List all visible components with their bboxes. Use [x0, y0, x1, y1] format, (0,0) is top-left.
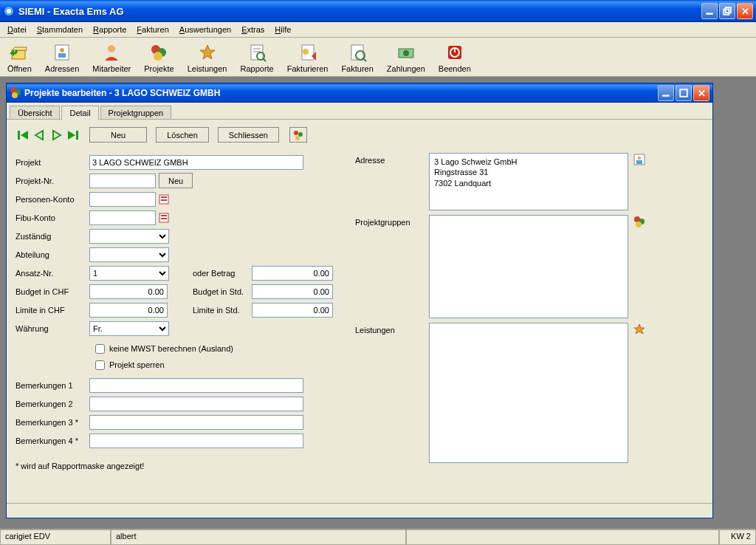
nav-first-button[interactable]	[16, 128, 32, 143]
projekt-input[interactable]	[89, 155, 303, 170]
app-icon	[3, 5, 15, 17]
status-user: albert	[111, 529, 406, 545]
mwst-checkbox[interactable]	[95, 344, 105, 354]
menu-datei[interactable]: DDateiatei	[3, 24, 31, 35]
menu-rapporte[interactable]: Rapporte	[89, 24, 131, 35]
abteilung-label: Abteilung	[16, 250, 89, 259]
oderbetrag-input[interactable]	[252, 266, 333, 281]
menu-extras[interactable]: Extras	[237, 24, 269, 35]
toolbar-rapporte[interactable]: Rapporte	[236, 41, 278, 76]
personenkonto-input[interactable]	[89, 192, 156, 207]
sperren-checkbox[interactable]	[95, 360, 105, 370]
svg-rect-50	[161, 215, 167, 216]
menu-auswertungen[interactable]: Auswertungen	[175, 24, 236, 35]
limitechf-label: Limite in CHF	[16, 306, 89, 315]
projektnr-input[interactable]	[89, 174, 156, 188]
budgetstd-label: Budget in Std.	[193, 287, 252, 296]
waehrung-select[interactable]: Fr.	[89, 321, 169, 336]
bem2-input[interactable]	[89, 397, 303, 411]
toolbar-projekte[interactable]: Projekte	[140, 41, 178, 76]
projektgruppen-icon[interactable]	[289, 127, 307, 143]
invoice-create-icon	[298, 42, 318, 63]
tab-uebersicht[interactable]: Übersicht	[10, 106, 60, 120]
adresse-box[interactable]: 3 Lago Schweiz GmbH Ringstrasse 31 7302 …	[429, 153, 628, 210]
tab-strip: Übersicht Detail Projektgruppen	[7, 103, 712, 120]
fibukonto-lookup-icon[interactable]	[159, 212, 171, 224]
budgetchf-label: Budget in CHF	[16, 287, 89, 296]
menu-fakturen[interactable]: Fakturen	[132, 24, 173, 35]
app-title: SIEMI - Exacta Ems AG	[18, 6, 701, 17]
limitestd-label: Limite in Std.	[193, 306, 252, 315]
svg-point-57	[636, 222, 642, 227]
toolbar-beenden[interactable]: Beenden	[434, 41, 475, 76]
child-minimize-button[interactable]	[658, 85, 674, 101]
toolbar-mitarbeiter[interactable]: Mitarbeiter	[88, 41, 135, 76]
schliessen-button[interactable]: Schliessen	[218, 127, 279, 143]
mdi-area: Projekte bearbeiten - 3 LAGO SCHWEIZ GMB…	[0, 77, 756, 529]
adresse-edit-icon[interactable]	[633, 153, 646, 166]
close-button[interactable]: ✕	[737, 3, 753, 19]
project-icon	[148, 42, 169, 63]
nav-prev-button[interactable]	[32, 128, 48, 143]
toolbar-zahlungen[interactable]: Zahlungen	[382, 41, 430, 76]
svg-rect-4	[726, 7, 731, 13]
ansatznr-select[interactable]: 1	[89, 266, 169, 281]
projekt-label: Projekt	[16, 158, 89, 167]
toolbar-fakturieren[interactable]: Fakturieren	[283, 41, 333, 76]
budgetchf-input[interactable]	[89, 284, 168, 299]
bem4-label: Bemerkungen 4 *	[16, 436, 89, 445]
toolbar-fakturen[interactable]: Fakturen	[337, 41, 377, 76]
bem3-input[interactable]	[89, 415, 303, 430]
tab-detail[interactable]: Detail	[61, 106, 98, 120]
adresse-label: Adresse	[355, 153, 429, 210]
ansatznr-label: Ansatz-Nr.	[16, 269, 89, 278]
fibukonto-input[interactable]	[89, 210, 156, 225]
limitechf-input[interactable]	[89, 303, 168, 318]
svg-rect-42	[76, 131, 78, 140]
child-title: Projekte bearbeiten - 3 LAGO SCHWEIZ GMB…	[24, 88, 658, 98]
child-close-button[interactable]: ✕	[693, 85, 709, 101]
projektgruppen-edit-icon[interactable]	[633, 215, 646, 228]
bem4-input[interactable]	[89, 433, 303, 448]
svg-line-26	[363, 58, 366, 61]
svg-point-28	[403, 50, 409, 56]
svg-rect-3	[724, 10, 729, 15]
svg-rect-54	[636, 160, 642, 164]
abteilung-select[interactable]	[89, 247, 169, 262]
menu-stammdaten[interactable]: Stammdaten	[32, 24, 87, 35]
leistungen-box[interactable]	[429, 323, 628, 463]
projektnr-neu-button[interactable]: Neu	[159, 173, 193, 188]
svg-marker-38	[21, 131, 28, 140]
budgetstd-input[interactable]	[252, 284, 333, 299]
svg-line-20	[263, 58, 266, 61]
tab-projektgruppen[interactable]: Projektgruppen	[100, 106, 172, 120]
menu-hilfe[interactable]: Hilfe	[270, 24, 295, 35]
neu-button[interactable]: Neu	[89, 127, 147, 143]
statusbar: carigiet EDV albert KW 2	[0, 529, 756, 545]
report-icon	[247, 42, 267, 63]
svg-point-43	[294, 131, 298, 135]
svg-marker-58	[634, 324, 645, 334]
bem1-input[interactable]	[89, 378, 303, 393]
zustaendig-select[interactable]	[89, 229, 169, 244]
child-maximize-button[interactable]	[676, 85, 692, 101]
projektgruppen-box[interactable]	[429, 215, 628, 318]
main-toolbar: Öffnen Adressen Mitarbeiter Projekte Lei…	[0, 38, 756, 77]
toolbar-adressen[interactable]: Adressen	[41, 41, 83, 76]
waehrung-label: Währung	[16, 324, 89, 333]
nav-next-button[interactable]	[48, 128, 64, 143]
loeschen-button[interactable]: Löschen	[156, 127, 209, 143]
limitestd-input[interactable]	[252, 303, 333, 318]
svg-marker-39	[35, 131, 43, 140]
toolbar-oeffnen[interactable]: Öffnen	[3, 41, 36, 76]
toolbar-leistungen[interactable]: Leistungen	[183, 41, 232, 76]
child-window-projekte: Projekte bearbeiten - 3 LAGO SCHWEIZ GMB…	[6, 83, 713, 518]
status-empty	[406, 529, 719, 545]
personenkonto-lookup-icon[interactable]	[159, 193, 171, 205]
nav-last-button[interactable]	[64, 128, 80, 143]
svg-rect-48	[161, 199, 167, 201]
leistungen-edit-icon[interactable]	[633, 323, 646, 336]
minimize-button[interactable]	[701, 3, 718, 19]
svg-marker-15	[200, 45, 215, 59]
restore-button[interactable]	[719, 3, 735, 19]
